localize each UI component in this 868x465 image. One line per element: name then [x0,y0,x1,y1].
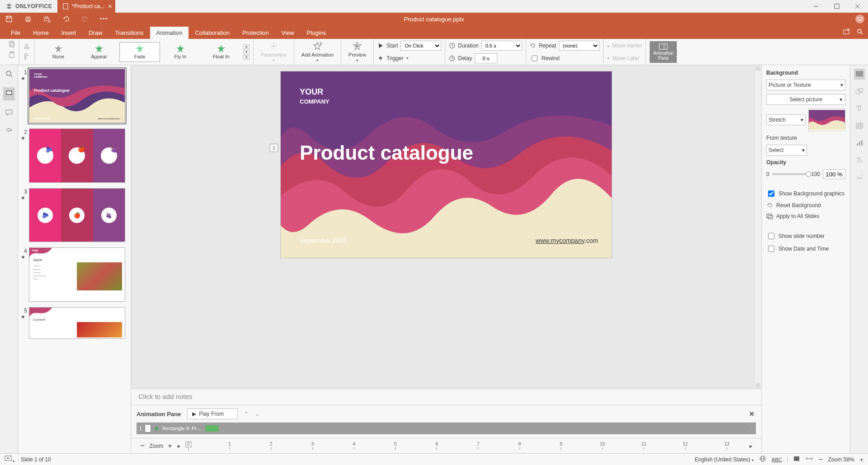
paragraph-settings-icon[interactable] [854,103,865,114]
cut-icon[interactable] [23,43,30,51]
zoom-out-status-icon[interactable]: − [818,456,822,464]
copy-icon[interactable] [8,41,15,49]
close-window-button[interactable] [847,0,868,13]
save-icon[interactable] [4,14,14,24]
slide-canvas[interactable]: YOUR COMPANY Product catalogue September… [281,71,612,258]
thumb-slide-1[interactable]: YOURCOMPANY Product catalogue September … [29,69,125,123]
parameters-button[interactable]: Parameters▾ [257,39,290,65]
thumb-slide-4[interactable]: YOUR Apple | Vitamins| Minerals| Calorie… [29,247,125,302]
show-bg-graphics-checkbox[interactable]: Show Background graphics [766,189,845,198]
ruler-track[interactable]: 0 1 2 3 4 5 6 7 8 9 10 11 12 13 [189,441,741,451]
zoom-out-icon[interactable]: − [140,441,145,451]
canvas-scrollbar[interactable] [754,65,761,389]
opacity-input[interactable] [823,169,845,179]
tab-collaboration[interactable]: Collaboration [189,27,236,39]
chart-settings-icon[interactable] [854,138,865,148]
table-settings-icon[interactable] [854,120,865,131]
fit-width-icon[interactable] [806,455,813,464]
shape-settings-icon[interactable] [854,86,865,97]
preset-none[interactable]: None [38,42,79,62]
document-tab[interactable]: *Product ca... × [57,0,115,13]
animation-list-item[interactable]: 1 ★ Rectangle 9: Pr... ⋮ [137,422,756,434]
slideshow-icon[interactable]: ▾ [5,455,14,464]
anim-item-more-icon[interactable]: ⋮ [748,426,753,432]
zoom-level[interactable]: Zoom 58% [828,456,854,463]
show-date-time-checkbox[interactable]: Show Date and Time [766,244,845,253]
preset-float-in[interactable]: Float In [201,42,241,62]
paste-icon[interactable] [8,51,15,60]
slide-settings-icon[interactable] [854,69,865,80]
tab-draw[interactable]: Draw [82,27,108,39]
zoom-in-icon[interactable]: + [168,442,172,450]
bg-fill-select[interactable]: Picture or Texture▾ [766,80,845,90]
anim-duration-bar[interactable] [205,425,219,432]
move-later-button[interactable]: ▾Move Later [607,53,642,64]
preview-button[interactable]: Preview▾ [345,39,370,65]
opacity-slider[interactable] [772,173,808,175]
maximize-button[interactable] [826,0,847,13]
add-animation-button[interactable]: +Add Animation▾ [298,39,337,65]
preset-fly-in[interactable]: Fly In [160,42,201,62]
more-icon[interactable]: ••• [99,14,109,24]
signature-settings-icon[interactable] [854,172,865,183]
spellcheck-icon[interactable]: ABC [772,457,782,462]
slides-icon[interactable] [3,87,15,100]
tab-protection[interactable]: Protection [236,27,275,39]
tab-home[interactable]: Home [27,27,55,39]
svg-rect-41 [856,123,863,128]
texture-select[interactable]: Select▾ [766,145,807,156]
play-from-button[interactable]: ▶Play From [187,408,238,419]
preset-scroll[interactable]: ▴▾▾ [241,44,250,60]
delay-input[interactable] [475,53,497,63]
slide-canvas-area[interactable]: 1 YOUR COMPANY [131,65,761,389]
preset-appear[interactable]: Appear [79,42,119,62]
ruler-next-icon[interactable]: ▸ [750,443,752,449]
apply-all-button[interactable]: Apply to All Slides [766,213,845,220]
redo-icon[interactable] [80,14,90,24]
move-earlier-button[interactable]: ▴Move earlier [607,40,642,51]
show-slide-number-checkbox[interactable]: Show slide number [766,232,845,241]
tab-transitions[interactable]: Transitions [109,27,150,39]
ruler-prev-icon[interactable]: ◂ [177,443,179,449]
open-location-icon[interactable] [843,28,850,37]
comments-icon[interactable] [5,109,13,118]
tab-plugins[interactable]: Plugins [301,27,333,39]
fit-select[interactable]: Stretch▾ [766,114,806,125]
thumb-slide-2[interactable]: 🫐🍎🍇 [29,128,125,183]
tab-file[interactable]: File [5,27,27,39]
animation-pane-button[interactable]: Animation Pane [650,41,677,63]
format-painter-icon[interactable] [23,53,30,62]
search-icon[interactable] [856,28,863,37]
minimize-button[interactable] [806,0,826,13]
print-icon[interactable] [23,14,33,24]
thumb-slide-3[interactable]: 🫐🍎🍇 [29,188,125,242]
rewind-checkbox[interactable] [532,53,538,63]
select-picture-dropdown[interactable]: Select picture▾ [766,94,845,105]
set-lang-icon[interactable] [759,455,766,464]
undo-icon[interactable] [61,14,71,24]
anim-pane-close-icon[interactable]: × [747,409,756,419]
anim-prev-icon[interactable]: ⌃ [244,411,249,417]
reset-bg-button[interactable]: Reset Background [766,202,845,209]
zoom-in-status-icon[interactable]: + [860,456,863,463]
start-select[interactable]: On Click [401,41,441,51]
doc-language[interactable]: English (United States) ▾ [695,456,754,463]
text-settings-icon[interactable]: TA [854,155,865,166]
tab-animation[interactable]: Animation [150,27,189,39]
animation-order-badge[interactable]: 1 [270,144,278,152]
repeat-select[interactable]: (none) [559,41,599,51]
quick-print-icon[interactable] [42,14,52,24]
find-icon[interactable] [5,70,13,79]
close-tab-icon[interactable]: × [108,3,112,10]
duration-select[interactable]: 0.5 s [481,41,522,51]
notes-input[interactable]: Click to add notes [131,389,761,405]
user-avatar[interactable]: SZ [855,14,864,24]
feedback-icon[interactable] [5,126,13,136]
thumb-slide-5[interactable]: Currant [29,307,125,339]
preset-fade[interactable]: Fade [119,42,160,62]
company-line2: COMPANY [300,98,329,105]
anim-next-icon[interactable]: ⌄ [255,411,259,417]
fit-slide-icon[interactable] [793,455,800,464]
tab-insert[interactable]: Insert [55,27,83,39]
tab-view[interactable]: View [275,27,301,39]
